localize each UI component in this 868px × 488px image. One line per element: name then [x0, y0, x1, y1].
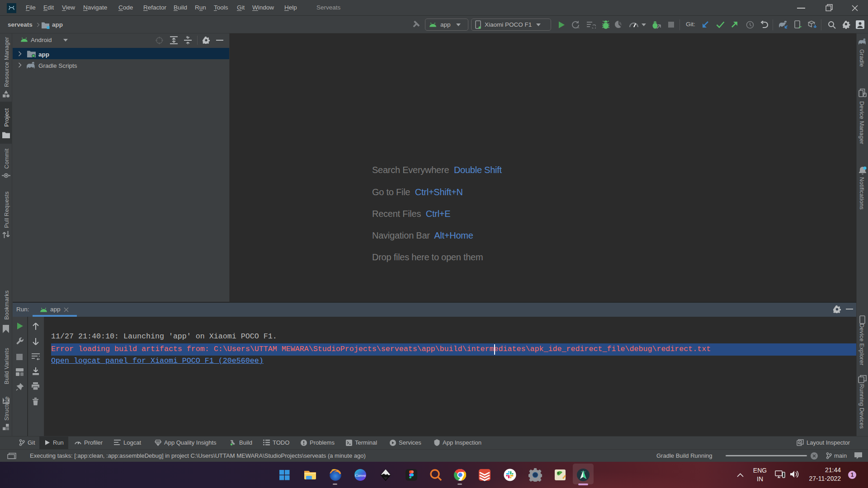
svg-text:A: A: [577, 25, 580, 29]
svg-text:Canva: Canva: [355, 473, 366, 478]
